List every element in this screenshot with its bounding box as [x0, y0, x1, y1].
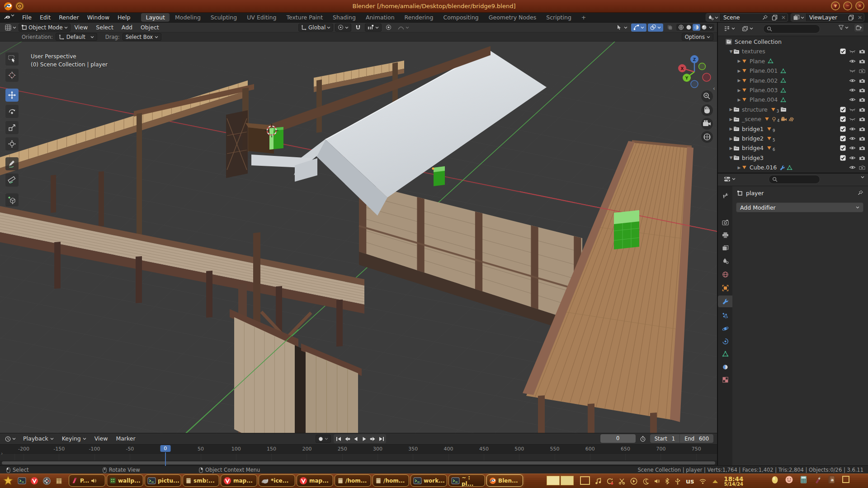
- editor-type-button[interactable]: [3, 23, 19, 32]
- tray-egg-icon[interactable]: [771, 475, 778, 484]
- scene-name[interactable]: Scene: [721, 14, 760, 21]
- hide-eye-icon[interactable]: [849, 145, 856, 150]
- transport-prev-key-button[interactable]: [343, 435, 351, 443]
- outliner-row[interactable]: ▶_scene4: [718, 114, 868, 124]
- snap-magnet-icon[interactable]: [353, 23, 363, 32]
- blender-menu-icon[interactable]: [4, 14, 14, 21]
- viewlayer-name[interactable]: ViewLayer: [807, 14, 846, 21]
- playhead-line[interactable]: [165, 452, 166, 466]
- outliner-search-input[interactable]: [763, 24, 820, 33]
- render-visibility-icon[interactable]: [859, 59, 865, 64]
- visibility-dropdown[interactable]: [614, 23, 630, 32]
- outliner-row[interactable]: ▶bridge46: [718, 143, 868, 153]
- properties-tab-world[interactable]: [718, 268, 732, 280]
- tray-usb-icon[interactable]: [675, 478, 681, 485]
- taskbar-window-p[interactable]: P...: [69, 474, 105, 487]
- taskbar-window-hom[interactable]: /hom...: [373, 474, 409, 487]
- tool-annotate-button[interactable]: [5, 157, 19, 170]
- frame-end-field[interactable]: End600: [680, 436, 713, 442]
- viewport-menu-object[interactable]: Object: [137, 23, 163, 33]
- outliner-filter-mode-dropdown[interactable]: [740, 24, 755, 33]
- outliner-item-label[interactable]: Scene Collection: [735, 38, 782, 45]
- selectable-checkbox[interactable]: [840, 116, 846, 122]
- render-visibility-icon[interactable]: [859, 145, 865, 150]
- minimize-button[interactable]: ─: [843, 1, 852, 10]
- orientation-dropdown[interactable]: Default: [56, 33, 97, 41]
- transport-play-back-button[interactable]: [351, 435, 360, 443]
- taskbar-window-map[interactable]: map...: [297, 474, 333, 487]
- shading-options-dropdown[interactable]: [708, 26, 713, 29]
- properties-tab-modifiers[interactable]: [718, 296, 732, 307]
- pin-icon[interactable]: [760, 14, 770, 20]
- timeline-track[interactable]: [0, 453, 717, 460]
- taskbar-window-ice[interactable]: *ice...: [259, 474, 295, 487]
- proportional-falloff-dropdown[interactable]: [396, 23, 411, 32]
- taskbar-window-map[interactable]: map...: [221, 474, 257, 487]
- outliner-item-label[interactable]: Plane.002: [750, 77, 778, 84]
- disclosure-right-icon[interactable]: ▶: [729, 107, 733, 112]
- xray-toggle[interactable]: [665, 23, 675, 32]
- render-visibility-icon[interactable]: [859, 117, 865, 122]
- disclosure-down-icon[interactable]: ▼: [729, 49, 733, 54]
- remove-viewlayer-icon[interactable]: ✕: [856, 14, 864, 21]
- outliner-item-label[interactable]: bridge1: [742, 126, 764, 132]
- transform-orientation-dropdown[interactable]: Global: [298, 23, 333, 32]
- transport-next-key-button[interactable]: [368, 435, 377, 443]
- launcher-reel-icon[interactable]: [42, 477, 51, 485]
- pager-frame-icon[interactable]: [580, 476, 590, 485]
- disclosure-right-icon[interactable]: ▶: [737, 59, 741, 63]
- properties-search-input[interactable]: [769, 175, 820, 184]
- hide-eye-icon[interactable]: [849, 127, 856, 131]
- shading-material-button[interactable]: [693, 24, 700, 31]
- hide-eye-icon[interactable]: [849, 78, 856, 83]
- launcher-star-icon[interactable]: [3, 475, 14, 486]
- outliner-row[interactable]: ▼bridge3: [718, 153, 868, 163]
- tray-calculator-icon[interactable]: [800, 475, 807, 484]
- properties-tab-tool[interactable]: [718, 189, 732, 201]
- outliner-item-label[interactable]: bridge2: [742, 135, 764, 142]
- outliner-item-label[interactable]: Cube.016: [750, 164, 777, 171]
- taskbar-window-blen[interactable]: Blen...: [486, 474, 523, 487]
- workspace-tab-uv-editing[interactable]: UV Editing: [242, 13, 281, 22]
- viewport-menu-add[interactable]: Add: [118, 23, 137, 33]
- display-mode-dropdown[interactable]: [722, 24, 737, 33]
- disclosure-right-icon[interactable]: ▶: [737, 69, 741, 73]
- stopwatch-icon[interactable]: [637, 435, 648, 443]
- outliner-row[interactable]: ▶Cube.016: [718, 163, 868, 172]
- tool-cursor-button[interactable]: [5, 69, 19, 82]
- timeline-menu-view[interactable]: View: [90, 434, 112, 444]
- outliner-item-label[interactable]: bridge4: [742, 145, 764, 151]
- properties-options-icon[interactable]: [861, 176, 864, 178]
- playhead-current-frame[interactable]: 0: [160, 445, 170, 452]
- taskbar-window-pl[interactable]: ~ : pl...: [448, 474, 485, 487]
- proportional-editing-icon[interactable]: [383, 23, 394, 32]
- outliner-row[interactable]: Scene Collection: [718, 37, 868, 47]
- selectable-checkbox[interactable]: [840, 107, 846, 113]
- hide-eye-icon[interactable]: [849, 165, 856, 170]
- show-overlays-toggle[interactable]: [648, 23, 663, 32]
- render-disabled-icon[interactable]: [859, 68, 865, 73]
- outliner-item-label[interactable]: textures: [742, 48, 765, 55]
- hide-eye-icon[interactable]: [849, 97, 856, 102]
- viewport-3d[interactable]: Object Mode ViewSelectAddObject Global O…: [0, 23, 717, 433]
- workspace-tab-scripting[interactable]: Scripting: [542, 13, 576, 22]
- show-gizmo-toggle[interactable]: [631, 23, 646, 32]
- tray-speaker-icon[interactable]: [654, 479, 660, 484]
- unlink-scene-icon[interactable]: ✕: [779, 14, 788, 21]
- disclosure-right-icon[interactable]: ▶: [729, 127, 733, 131]
- new-viewlayer-button[interactable]: [846, 14, 856, 21]
- selectable-checkbox[interactable]: [840, 136, 846, 141]
- viewport-canvas[interactable]: ZXY: [0, 42, 717, 433]
- render-visibility-icon[interactable]: [859, 127, 865, 131]
- render-disabled-icon[interactable]: [859, 165, 865, 170]
- viewport-menu-view[interactable]: View: [71, 23, 92, 33]
- properties-tab-output[interactable]: [718, 229, 732, 241]
- timeline-menu-playback[interactable]: Playback: [19, 434, 58, 444]
- render-visibility-icon[interactable]: [859, 97, 865, 102]
- options-button[interactable]: Options: [682, 33, 713, 41]
- hidden-eye-icon[interactable]: [849, 49, 856, 54]
- pager-cell[interactable]: [561, 476, 574, 485]
- launcher-terminal-icon[interactable]: [18, 477, 26, 485]
- menu-file[interactable]: File: [18, 13, 36, 23]
- hide-eye-icon[interactable]: [849, 59, 856, 64]
